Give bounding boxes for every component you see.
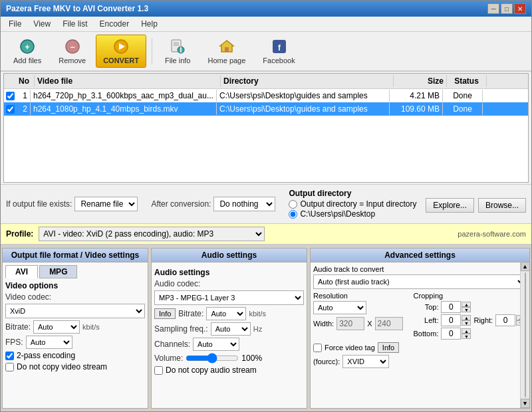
svg-rect-8 xyxy=(174,45,179,46)
close-button[interactable]: ✕ xyxy=(514,3,526,14)
fourcc-row: (fourcc): XVIDDIVXDX50 xyxy=(313,355,527,368)
file-list-header: No Video file Directory Size Status xyxy=(4,74,528,89)
right-crop-input[interactable] xyxy=(495,314,515,326)
row-status: Done xyxy=(443,90,483,102)
force-video-tag-info-button[interactable]: Info xyxy=(378,342,399,353)
output-exists-select[interactable]: Rename file Overwrite Skip xyxy=(74,197,138,211)
bitrate-row: Bitrate: Auto5001000 kbit/s xyxy=(5,320,145,334)
svg-text:+: + xyxy=(25,43,30,52)
menu-file[interactable]: File xyxy=(3,18,27,30)
toolbar: + Add files − Remove CONVERT i File info xyxy=(1,32,531,72)
format-tabs: AVI MPG xyxy=(5,265,145,278)
add-files-label: Add files xyxy=(13,56,41,64)
bottom-crop-group: ▲ ▼ xyxy=(441,328,471,340)
left-crop-arrows: ▲ ▼ xyxy=(462,315,471,326)
tab-avi[interactable]: AVI xyxy=(5,265,38,278)
left-crop-label: Left: xyxy=(414,316,439,324)
no-copy-audio-checkbox[interactable] xyxy=(154,366,163,375)
output-dir-radio-input-2[interactable] xyxy=(289,210,297,219)
facebook-button[interactable]: f Facebook xyxy=(255,35,302,68)
bottom-crop-down[interactable]: ▼ xyxy=(462,334,471,339)
table-row[interactable]: 1 h264_720p_hp_3.1_600kbps_aac_mp3_dual_… xyxy=(4,89,528,102)
row-checkbox[interactable] xyxy=(6,105,15,114)
file-info-button[interactable]: i File info xyxy=(158,35,198,68)
force-video-tag-label: Force video tag xyxy=(325,344,375,352)
height-input[interactable] xyxy=(375,317,403,330)
width-label: Width: xyxy=(313,320,334,328)
menu-encoder[interactable]: Encoder xyxy=(94,18,134,30)
top-crop-input[interactable] xyxy=(441,301,461,313)
bottom-crop-up[interactable]: ▲ xyxy=(462,328,471,334)
minimize-button[interactable]: ─ xyxy=(487,3,499,14)
profile-select[interactable]: AVI - video: XviD (2 pass encoding), aud… xyxy=(39,227,265,241)
svg-text:−: − xyxy=(70,43,74,52)
scroll-down-arrow[interactable]: ▼ xyxy=(521,399,530,408)
audio-panel-content: Audio settings Audio codec: MP3 - MPEG-1… xyxy=(152,262,307,408)
tab-mpg[interactable]: MPG xyxy=(39,265,77,278)
audio-kbit-label: kbit/s xyxy=(249,310,266,318)
profile-bar: Profile: AVI - video: XviD (2 pass encod… xyxy=(1,223,531,245)
two-pass-checkbox[interactable] xyxy=(5,352,14,360)
left-crop-group: ▲ ▼ xyxy=(441,314,471,326)
volume-label: Volume: xyxy=(154,354,183,363)
row-no: 1 xyxy=(16,90,31,102)
table-row[interactable]: 2 h264_1080p_hp_4.1_40mbps_birds.mkv C:\… xyxy=(4,102,528,116)
menu-help[interactable]: Help xyxy=(136,18,163,30)
volume-slider[interactable] xyxy=(186,353,239,363)
bottom-crop-arrows: ▲ ▼ xyxy=(462,328,471,339)
file-info-label: File info xyxy=(165,56,191,64)
top-crop-down[interactable]: ▼ xyxy=(462,307,471,312)
audio-info-button[interactable]: Info xyxy=(154,308,176,319)
bottom-crop-input[interactable] xyxy=(441,328,461,340)
audio-bitrate-select[interactable]: Auto128192256 xyxy=(206,307,246,320)
video-codec-row: Video codec: xyxy=(5,292,145,302)
row-size: 4.21 MB xyxy=(390,90,443,102)
audio-track-select[interactable]: Auto (first audio track)Track 1Track 2 xyxy=(313,274,527,289)
svg-text:i: i xyxy=(180,45,182,54)
home-page-button[interactable]: Home page xyxy=(200,35,253,68)
remove-button[interactable]: − Remove xyxy=(51,35,93,68)
add-files-button[interactable]: + Add files xyxy=(6,35,49,68)
fourcc-label: (fourcc): xyxy=(313,358,340,365)
sampling-select[interactable]: Auto4410048000 xyxy=(211,322,251,336)
row-checkbox-cell[interactable] xyxy=(4,105,16,114)
settings-row: If output file exists: Rename file Overw… xyxy=(1,184,531,223)
channels-label: Channels: xyxy=(154,340,190,349)
col-header-dir: Directory xyxy=(221,75,394,87)
explore-button[interactable]: Explore... xyxy=(426,198,474,213)
left-crop-up[interactable]: ▲ xyxy=(462,315,471,320)
menu-file-list[interactable]: File list xyxy=(57,18,92,30)
convert-button[interactable]: CONVERT xyxy=(96,35,146,68)
two-pass-label: 2-pass encoding xyxy=(17,351,75,360)
width-input[interactable] xyxy=(336,317,364,330)
maximize-button[interactable]: □ xyxy=(501,3,513,14)
browse-button[interactable]: Browse... xyxy=(478,198,526,213)
resolution-section: Resolution Auto640x4801280x720 Width: X xyxy=(313,292,403,330)
menu-view[interactable]: View xyxy=(28,18,56,30)
audio-track-label: Audio track to convert xyxy=(313,265,527,273)
resolution-select[interactable]: Auto640x4801280x720 xyxy=(313,301,366,314)
left-crop-down[interactable]: ▼ xyxy=(462,320,471,326)
col-header-no: No xyxy=(16,75,35,87)
after-conversion-select[interactable]: Do nothing Open file Open folder xyxy=(213,197,275,211)
bitrate-select[interactable]: Auto5001000 xyxy=(33,320,80,334)
video-codec-select[interactable]: XviDDivXH.264 xyxy=(5,304,145,318)
force-video-tag-checkbox[interactable] xyxy=(313,344,322,352)
output-dir-radio-input-1[interactable] xyxy=(289,200,297,209)
remove-icon: − xyxy=(64,38,81,55)
fps-select[interactable]: Auto23.9762529.97 xyxy=(26,336,72,349)
output-dir-buttons: Explore... Browse... xyxy=(426,189,526,213)
left-crop-input[interactable] xyxy=(441,314,461,326)
no-copy-video-checkbox[interactable] xyxy=(5,363,14,371)
channels-select[interactable]: Auto12 xyxy=(193,338,239,351)
fps-row: FPS: Auto23.9762529.97 xyxy=(5,336,145,349)
audio-codec-select[interactable]: MP3 - MPEG-1 Layer 3AACAC3 xyxy=(154,290,304,305)
top-crop-up[interactable]: ▲ xyxy=(462,302,471,307)
scroll-up-arrow[interactable]: ▲ xyxy=(521,262,530,271)
video-codec-select-row: XviDDivXH.264 xyxy=(5,304,145,318)
output-dir-path: C:\Users\psi\Desktop xyxy=(300,209,375,219)
row-checkbox-cell[interactable] xyxy=(4,92,16,100)
fourcc-select[interactable]: XVIDDIVXDX50 xyxy=(342,355,389,368)
scroll-thumb[interactable] xyxy=(525,272,526,397)
row-checkbox[interactable] xyxy=(6,92,15,100)
